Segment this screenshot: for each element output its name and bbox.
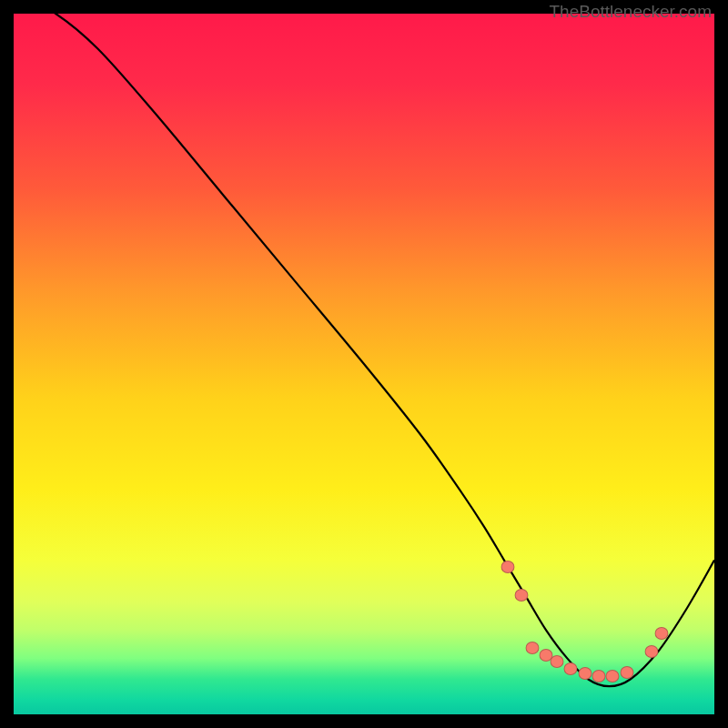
optimal-point-marker	[564, 662, 578, 675]
optimal-point-marker	[550, 655, 563, 668]
optimal-point-marker	[620, 666, 633, 679]
optimal-point-marker	[500, 561, 514, 573]
optimal-point-marker	[525, 642, 539, 654]
optimal-point-marker	[644, 645, 658, 658]
optimal-point-marker	[606, 670, 620, 682]
bottleneck-curve	[14, 14, 714, 714]
optimal-point-marker	[515, 589, 529, 602]
optimal-point-marker	[655, 627, 669, 640]
optimal-point-marker	[592, 670, 605, 682]
optimal-point-marker	[578, 667, 592, 680]
watermark-text: TheBottlenecker.com	[550, 2, 712, 22]
